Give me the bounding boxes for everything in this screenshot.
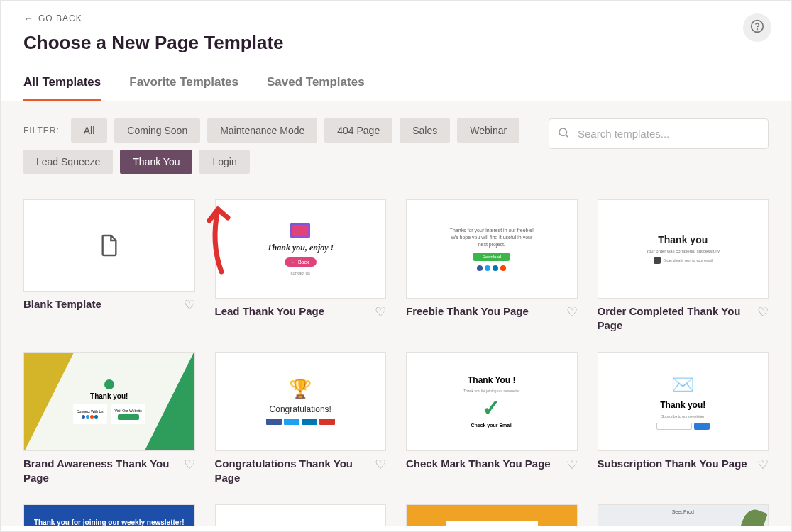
template-title: Lead Thank You Page	[215, 304, 324, 318]
thumb-note: contact us	[291, 271, 310, 275]
trophy-icon: 🏆	[289, 378, 312, 400]
template-card: Blank Template ♡	[23, 199, 195, 332]
template-card: Thank You ! Thank you for joining our ne…	[406, 352, 578, 484]
filter-thank-you[interactable]: Thank You	[120, 150, 192, 174]
filter-all[interactable]: All	[71, 118, 108, 143]
thumb-buttons	[266, 419, 335, 425]
thumb-heading: Thank you!	[660, 400, 705, 410]
template-card: Thanks for signing up! Want to invite a …	[406, 504, 578, 526]
thumb-sub: Your order was completed successfully	[647, 249, 720, 253]
go-back-label: GO BACK	[38, 13, 82, 23]
thumb-label: Check your Email	[471, 423, 512, 428]
template-thumbnail-congrats[interactable]: 🏆 Congratulations!	[215, 352, 387, 451]
thumb-heading: Thank you for joining our weekly newslet…	[26, 519, 193, 526]
template-thumbnail-check[interactable]: Thank You ! Thank you for joining our ne…	[406, 352, 578, 451]
tab-all-templates[interactable]: All Templates	[23, 75, 101, 101]
thumb-text: Thanks for your interest in our freebie!…	[450, 227, 534, 248]
filter-login[interactable]: Login	[199, 150, 249, 174]
heart-icon[interactable]: ♡	[375, 304, 386, 320]
tab-saved-templates[interactable]: Saved Templates	[267, 75, 365, 101]
thumb-button: Download	[473, 253, 510, 261]
filter-label: FILTER:	[23, 126, 60, 135]
template-title: Brand Awareness Thank You Page	[23, 457, 178, 484]
document-icon	[99, 233, 119, 257]
social-icons	[477, 265, 506, 271]
help-icon	[750, 19, 764, 37]
heart-icon[interactable]: ♡	[566, 457, 578, 472]
tabs: All Templates Favorite Templates Saved T…	[23, 75, 769, 101]
filter-lead-squeeze[interactable]: Lead Squeeze	[23, 150, 113, 174]
thumb-row: Order details sent to your email	[654, 257, 713, 264]
template-card: ✉️ Thank you! Subscribe to our newslette…	[598, 352, 769, 484]
thumb-sub: Thank you for joining our newsletter	[463, 389, 519, 393]
page-title: Choose a New Page Template	[23, 32, 769, 54]
template-card: Thank you, enjoy ! ← Back contact us Lea…	[215, 199, 387, 332]
template-title: Check Mark Thank You Page	[406, 457, 551, 471]
template-card: Thank you for joining our weekly newslet…	[23, 504, 195, 526]
template-thumbnail-blank[interactable]	[23, 199, 195, 292]
check-circle-icon	[104, 379, 114, 389]
svg-line-3	[566, 135, 568, 137]
arrow-left-icon: ←	[23, 13, 34, 24]
template-thumbnail-report[interactable]: SeedProd Here's your free report!	[598, 504, 769, 526]
svg-point-2	[559, 128, 567, 136]
envelope-icon: ✉️	[671, 374, 694, 396]
template-thumbnail-order[interactable]: Thank you Your order was completed succe…	[598, 199, 769, 299]
template-thumbnail-signup[interactable]: Thanks for signing up!	[215, 504, 387, 526]
template-card: 🏆 Congratulations! Congratulations Thank…	[215, 352, 387, 484]
search-icon	[557, 126, 570, 142]
template-thumbnail-freebie[interactable]: Thanks for your interest in our freebie!…	[406, 199, 578, 299]
heart-icon[interactable]: ♡	[184, 297, 195, 313]
heart-icon[interactable]: ♡	[184, 457, 195, 472]
thumb-button: ← Back	[285, 257, 317, 267]
tab-favorite-templates[interactable]: Favorite Templates	[129, 75, 238, 101]
thumb-form	[656, 423, 710, 430]
filter-webinar[interactable]: Webinar	[457, 118, 519, 143]
filter-sales[interactable]: Sales	[400, 118, 450, 143]
template-card: Thank you Your order was completed succe…	[598, 199, 769, 332]
template-card: Thanks for signing up!	[215, 504, 387, 526]
filter-coming-soon[interactable]: Coming Soon	[114, 118, 200, 143]
template-thumbnail-lead[interactable]: Thank you, enjoy ! ← Back contact us	[215, 199, 387, 299]
template-title: Congratulations Thank You Page	[215, 457, 370, 484]
template-card: SeedProd Here's your free report!	[598, 504, 769, 526]
template-thumbnail-brand[interactable]: Thank you! Connect With Us Visit Our Web…	[23, 352, 195, 451]
thumb-heading: Congratulations!	[270, 404, 331, 414]
template-title: Blank Template	[23, 297, 101, 311]
thumb-sub: Subscribe to our newsletter	[661, 414, 705, 419]
svg-point-1	[757, 28, 758, 29]
template-thumbnail-subscription[interactable]: ✉️ Thank you! Subscribe to our newslette…	[598, 352, 769, 451]
template-title: Order Completed Thank You Page	[598, 304, 752, 332]
thumb-heading: Thank you!	[73, 392, 145, 400]
template-thumbnail-invite[interactable]: Thanks for signing up! Want to invite a …	[406, 504, 578, 526]
template-card: Thank you! Connect With Us Visit Our Web…	[23, 352, 195, 484]
template-thumbnail-newsletter[interactable]: Thank you for joining our weekly newslet…	[23, 504, 195, 526]
thumb-heading: Thank you, enjoy !	[267, 243, 334, 253]
filter-404-page[interactable]: 404 Page	[324, 118, 392, 143]
envelope-icon	[290, 223, 310, 238]
thumb-heading: Thanks for signing up! Want to invite a …	[446, 521, 538, 526]
go-back-link[interactable]: ← GO BACK	[23, 13, 82, 24]
thumb-brand: SeedProd	[598, 509, 769, 514]
thumb-heading: Thank you	[658, 234, 708, 245]
thumb-heading: Thank You !	[468, 375, 516, 385]
filter-maintenance-mode[interactable]: Maintenance Mode	[207, 118, 317, 143]
heart-icon[interactable]: ♡	[566, 304, 578, 320]
heart-icon[interactable]: ♡	[375, 457, 386, 472]
template-title: Subscription Thank You Page	[598, 457, 747, 471]
heart-icon[interactable]: ♡	[757, 304, 769, 320]
help-button[interactable]	[743, 13, 771, 42]
search-input[interactable]	[549, 118, 769, 149]
template-title: Freebie Thank You Page	[406, 304, 529, 318]
check-icon: ✓	[482, 397, 501, 419]
heart-icon[interactable]: ♡	[757, 457, 769, 472]
template-card: Thanks for your interest in our freebie!…	[406, 199, 578, 332]
